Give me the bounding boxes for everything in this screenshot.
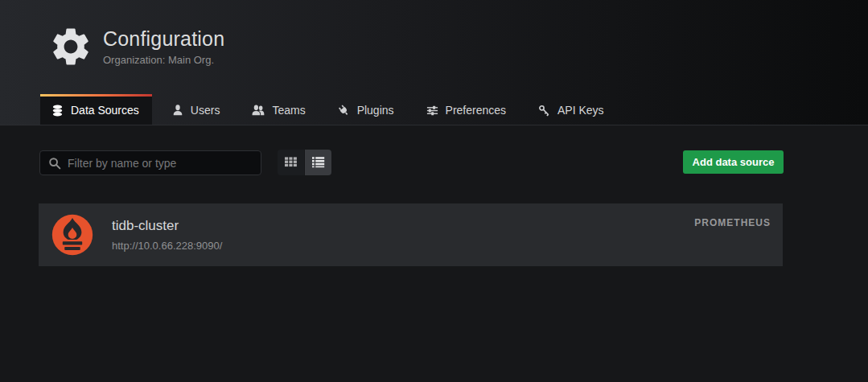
page-title: Configuration xyxy=(103,27,224,51)
tab-data-sources[interactable]: Data Sources xyxy=(40,94,152,125)
tab-label: Teams xyxy=(272,104,305,117)
grid-icon xyxy=(284,155,298,170)
tab-label: Preferences xyxy=(446,104,506,117)
key-icon xyxy=(538,105,550,117)
page-subtitle: Organization: Main Org. xyxy=(103,54,224,66)
users-icon xyxy=(252,105,265,116)
configuration-page: Configuration Organization: Main Org. Da… xyxy=(0,0,868,382)
plug-icon xyxy=(338,105,350,117)
sliders-icon xyxy=(426,105,438,117)
datasource-url: http://10.0.66.228:9090/ xyxy=(112,240,222,252)
list-icon xyxy=(311,155,325,170)
list-view-button[interactable] xyxy=(305,150,331,175)
tab-label: Users xyxy=(191,104,220,117)
filter-wrap xyxy=(39,150,261,175)
tab-label: Data Sources xyxy=(71,104,139,117)
filter-input[interactable] xyxy=(39,150,261,175)
header-titles: Configuration Organization: Main Org. xyxy=(103,27,224,66)
datasource-row[interactable]: tidb-cluster http://10.0.66.228:9090/ PR… xyxy=(39,203,783,266)
page-header: Configuration Organization: Main Org. Da… xyxy=(0,0,868,125)
tab-label: Plugins xyxy=(357,104,394,117)
datasource-name: tidb-cluster xyxy=(112,218,222,234)
tab-api-keys[interactable]: API Keys xyxy=(526,94,616,125)
database-icon xyxy=(51,105,64,117)
datasource-type-badge: PROMETHEUS xyxy=(694,217,771,228)
user-icon xyxy=(172,105,183,116)
datasource-text: tidb-cluster http://10.0.66.228:9090/ xyxy=(112,218,222,252)
view-toggle xyxy=(278,150,331,175)
tab-label: API Keys xyxy=(557,104,604,117)
tab-teams[interactable]: Teams xyxy=(240,94,317,125)
tab-preferences[interactable]: Preferences xyxy=(414,94,518,125)
add-data-source-button[interactable]: Add data source xyxy=(683,150,784,174)
prometheus-icon xyxy=(51,214,93,256)
grid-view-button[interactable] xyxy=(278,150,304,175)
tab-plugins[interactable]: Plugins xyxy=(326,94,406,125)
header-brand: Configuration Organization: Main Org. xyxy=(48,24,224,69)
tab-bar: Data Sources Users xyxy=(40,94,624,125)
tab-users[interactable]: Users xyxy=(160,94,232,125)
gear-icon xyxy=(48,24,93,69)
